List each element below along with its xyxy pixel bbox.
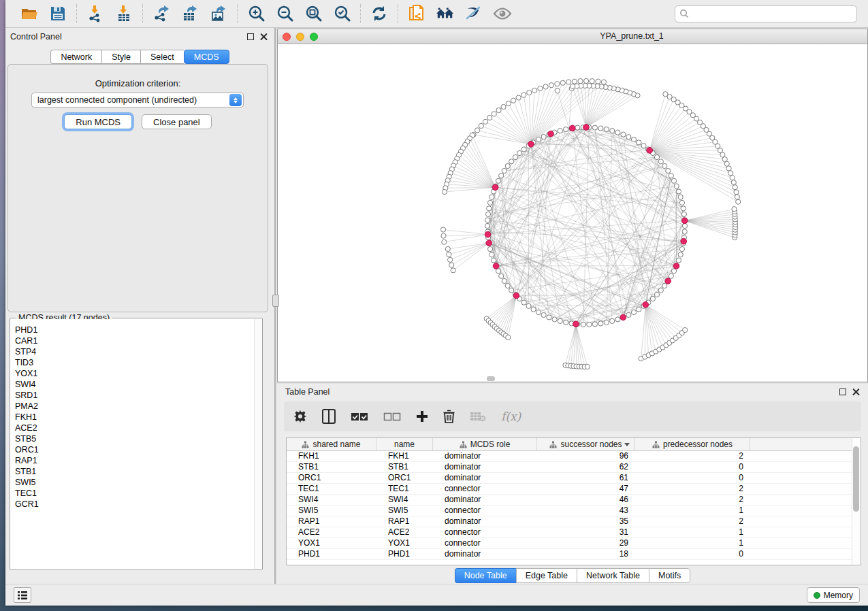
cell: 0	[635, 473, 750, 483]
table-row-ace2[interactable]: ACE2ACE2connector311	[287, 527, 861, 538]
table-tab-edge-table[interactable]: Edge Table	[516, 568, 577, 583]
mcds-result-item[interactable]: STP4	[11, 346, 254, 357]
mcds-result-item[interactable]: TID3	[11, 357, 254, 368]
panel-splitter-handle[interactable]	[272, 295, 279, 307]
mcds-result-item[interactable]: SWI4	[11, 379, 254, 390]
table-row-rap1[interactable]: RAP1RAP1dominator352	[287, 516, 861, 527]
run-mcds-button[interactable]: Run MCDS	[64, 114, 132, 129]
column-header-shared-name[interactable]: shared name	[287, 438, 376, 450]
table-panel-close-icon[interactable]	[852, 389, 860, 396]
mcds-result-item[interactable]: RAP1	[11, 455, 254, 466]
column-label: successor nodes	[560, 440, 622, 449]
table-row-yox1[interactable]: YOX1YOX1connector291	[287, 538, 861, 549]
table-row-orc1[interactable]: ORC1ORC1dominator610	[287, 473, 861, 484]
mcds-result-item[interactable]: STB5	[11, 433, 254, 444]
cell: ORC1	[376, 473, 433, 483]
refresh-icon[interactable]	[370, 4, 389, 23]
mcds-result-item[interactable]: SRD1	[11, 390, 254, 401]
select-all-checkboxes-icon[interactable]	[351, 408, 368, 425]
split-panel-icon[interactable]	[322, 408, 336, 425]
cell: 61	[537, 473, 635, 483]
table-row-stb1[interactable]: STB1STB1dominator620	[287, 462, 861, 473]
control-panel-tab-style[interactable]: Style	[101, 50, 140, 64]
control-panel-float-icon[interactable]	[247, 33, 254, 40]
mcds-result-item[interactable]: FKH1	[11, 412, 254, 423]
task-history-button[interactable]	[14, 587, 31, 603]
cell: 1	[635, 538, 750, 548]
mcds-result-item[interactable]: CAR1	[11, 335, 254, 346]
node-table: shared namenameMCDS rolesuccessor nodesp…	[286, 437, 861, 565]
mcds-panel: Optimization criterion: largest connecte…	[7, 64, 268, 312]
zoom-out-icon[interactable]	[275, 4, 294, 23]
memory-label: Memory	[824, 591, 853, 600]
home-icon[interactable]	[436, 4, 455, 23]
cell: ACE2	[287, 527, 376, 538]
mcds-result-item[interactable]: PMA2	[11, 401, 254, 412]
mcds-result-item[interactable]: SWI5	[11, 477, 254, 488]
mcds-result-list[interactable]: PHD1CAR1STP4TID3YOX1SWI4SRD1PMA2FKH1ACE2…	[11, 319, 254, 569]
add-column-icon[interactable]	[416, 408, 428, 425]
table-panel-float-icon[interactable]	[839, 389, 846, 395]
cell: 47	[537, 484, 635, 494]
zoom-selected-icon[interactable]	[332, 4, 351, 23]
control-panel-tab-network[interactable]: Network	[50, 50, 101, 64]
control-panel-close-icon[interactable]	[260, 33, 268, 41]
memory-button[interactable]: Memory	[807, 587, 860, 603]
control-panel-tab-mcds[interactable]: MCDS	[184, 50, 229, 64]
table-scrollbar[interactable]	[852, 438, 861, 565]
search-input[interactable]	[692, 9, 852, 18]
network-canvas[interactable]	[278, 44, 867, 382]
network-window-titlebar[interactable]: YPA_prune.txt_1	[278, 29, 867, 44]
mcds-list-scrollbar[interactable]	[254, 319, 261, 569]
node-table-header: shared namenameMCDS rolesuccessor nodesp…	[287, 438, 861, 451]
search-box[interactable]	[675, 5, 857, 22]
app-window: Control Panel NetworkStyleSelectMCDS Opt…	[5, 0, 868, 606]
mcds-result-item[interactable]: TEC1	[11, 488, 254, 499]
table-tab-motifs[interactable]: Motifs	[649, 568, 690, 583]
table-row-tec1[interactable]: TEC1TEC1connector472	[287, 484, 861, 495]
table-row-fkh1[interactable]: FKH1FKH1dominator962	[287, 451, 861, 462]
export-table-icon[interactable]	[180, 4, 199, 23]
table-row-swi5[interactable]: SWI5SWI5connector431	[287, 506, 861, 516]
export-image-icon[interactable]	[209, 4, 228, 23]
status-bar: Memory	[5, 584, 868, 606]
table-scrollbar-thumb[interactable]	[853, 446, 859, 512]
table-settings-gear-icon[interactable]	[293, 408, 307, 425]
mcds-result-item[interactable]: ACE2	[11, 423, 254, 433]
table-row-swi4[interactable]: SWI4SWI4dominator462	[287, 495, 861, 506]
cell: connector	[433, 506, 537, 516]
column-header-successor-nodes[interactable]: successor nodes	[537, 438, 635, 450]
import-network-icon[interactable]	[86, 4, 105, 23]
column-header-predecessor-nodes[interactable]: predecessor nodes	[635, 438, 750, 450]
mcds-result-item[interactable]: ORC1	[11, 444, 254, 455]
mcds-result-item[interactable]: PHD1	[11, 325, 254, 335]
delete-column-icon[interactable]	[443, 408, 455, 425]
mcds-result-item[interactable]: STB1	[11, 466, 254, 477]
close-panel-button[interactable]: Close panel	[142, 114, 212, 129]
mcds-result-item[interactable]: YOX1	[11, 368, 254, 379]
table-row-phd1[interactable]: PHD1PHD1dominator180	[287, 549, 861, 560]
namespace-icon	[302, 441, 309, 448]
deselect-all-checkboxes-icon[interactable]	[383, 408, 401, 425]
export-network-icon[interactable]	[152, 4, 171, 23]
open-session-icon[interactable]	[20, 4, 39, 23]
table-tab-network-table[interactable]: Network Table	[577, 568, 649, 583]
column-header-name[interactable]: name	[376, 438, 433, 450]
import-table-icon[interactable]	[114, 4, 133, 23]
cell: dominator	[433, 473, 537, 483]
criterion-dropdown[interactable]: largest connected component (undirected)	[31, 93, 244, 108]
toggle-graphics-details-icon[interactable]	[464, 4, 483, 23]
mcds-result-item[interactable]: GCR1	[11, 499, 254, 510]
column-header-mcds-role[interactable]: MCDS role	[433, 438, 537, 450]
cell: ACE2	[376, 527, 433, 538]
network-graph[interactable]	[278, 44, 867, 382]
save-session-icon[interactable]	[48, 4, 67, 23]
control-panel-tab-select[interactable]: Select	[140, 50, 184, 64]
network-file-icon[interactable]	[407, 4, 426, 23]
zoom-fit-icon[interactable]	[304, 4, 323, 23]
mcds-result-group: MCDS result (17 nodes) PHD1CAR1STP4TID3Y…	[10, 318, 263, 570]
cell: YOX1	[376, 538, 433, 548]
table-tab-node-table[interactable]: Node Table	[455, 568, 516, 583]
network-hscroll-thumb[interactable]	[487, 376, 495, 381]
zoom-in-icon[interactable]	[246, 4, 266, 23]
